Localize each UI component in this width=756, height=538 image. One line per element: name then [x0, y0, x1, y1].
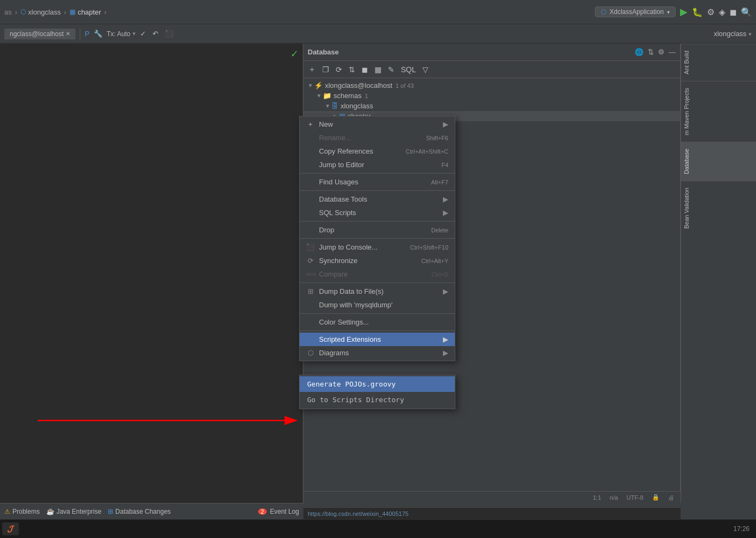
ctx-find-usages[interactable]: Find Usages Alt+F7 [300, 175, 455, 189]
expand-arrow: ▼ [316, 93, 322, 99]
filter-button[interactable]: ⇅ [346, 64, 358, 75]
ctx-dump-mysqldump[interactable]: Dump with 'mysqldump' [300, 298, 455, 312]
ctx-sep-5 [300, 282, 455, 283]
plus-icon: + [306, 120, 315, 128]
close-tab-icon[interactable]: ✕ [66, 31, 70, 37]
ctx-synchronize[interactable]: ⟳ Synchronize Ctrl+Alt+Y [300, 254, 455, 267]
url-bar: https://blog.csdn.net/weixin_44005175 [303, 507, 681, 519]
ctx-sep-2 [300, 190, 455, 191]
editor-area[interactable]: ✓ [0, 44, 303, 503]
db-panel-header: Database 🌐 ⇅ ⚙ — [303, 44, 680, 61]
table-breadcrumb-icon: ▦ [70, 8, 75, 16]
refresh-button[interactable]: ⟳ [333, 64, 345, 75]
bean-validation-tab[interactable]: Bean Validation [681, 181, 756, 235]
debug-button[interactable]: 🐛 [692, 7, 703, 17]
toolbar-separator [80, 29, 80, 39]
ctx-sql-scripts[interactable]: SQL Scripts ▶ [300, 206, 455, 219]
app-selector[interactable]: ⬡ XdclassApplication ▾ [595, 6, 676, 17]
ctx-new[interactable]: + New ▶ [300, 118, 455, 131]
print-icon: 🖨 [668, 494, 674, 501]
console-icon: ⬛ [306, 243, 315, 251]
taskbar: 𝓙 17:26 [0, 519, 756, 538]
copy-db-button[interactable]: ❐ [320, 64, 332, 75]
right-sidebar: Ant Build m Maven Projects Database Bean… [681, 44, 756, 503]
bottom-status-bar: ⚠ Problems ☕ Java Enterprise ⊞ Database … [0, 503, 303, 519]
ctx-diagrams[interactable]: ⬡ Diagrams ▶ [300, 346, 455, 360]
line-info-bar: 1:1 n/a UTF-8 🔒 🖨 [303, 491, 681, 503]
settings-icon[interactable]: ⚙ [658, 48, 664, 56]
class-icon: ⬡ [20, 8, 26, 16]
ctx-color-settings[interactable]: Color Settings... [300, 315, 455, 329]
editor-tab[interactable]: ngclass@localhost ✕ [4, 29, 75, 39]
connection-icon: ⚡ [314, 81, 323, 89]
submenu-arrow-icon: ▶ [443, 287, 448, 295]
stop-button[interactable]: ◼ [730, 7, 737, 17]
problems-item[interactable]: ⚠ Problems [4, 508, 40, 515]
submenu-arrow-icon: ▶ [443, 349, 448, 357]
chevron-down-icon: ▾ [667, 9, 670, 15]
diagram-icon: ⬡ [306, 349, 315, 357]
context-menu: + New ▶ Rename... Shift+F6 Copy Referenc… [299, 116, 455, 361]
db-toolbar: ＋ ❐ ⟳ ⇅ ◼ ▦ ✎ SQL ▽ [303, 61, 680, 78]
stop-db-button[interactable]: ◼ [359, 64, 371, 75]
build-button[interactable]: ⚙ [707, 7, 715, 17]
expand-arrow: ▼ [308, 82, 313, 88]
run-button[interactable]: ▶ [680, 6, 688, 18]
table-view-button[interactable]: ▦ [372, 64, 384, 75]
warning-icon: ⚠ [4, 508, 10, 515]
tree-schemas[interactable]: ▼ 📁 schemas 1 [303, 91, 680, 101]
stop-tx-button[interactable]: ⬛ [163, 29, 176, 39]
tx-label: Tx: Auto [107, 30, 130, 38]
funnel-button[interactable]: ▽ [420, 64, 431, 75]
taskbar-app-icon: 𝓙 [8, 524, 13, 534]
database-tab[interactable]: Database [681, 142, 756, 181]
ctx-database-tools[interactable]: Database Tools ▶ [300, 192, 455, 206]
submenu-arrow-icon: ▶ [443, 195, 448, 203]
tx-down-icon[interactable]: ▾ [133, 30, 136, 37]
taskbar-app[interactable]: 𝓙 [2, 522, 19, 535]
lock-icon: 🔒 [652, 494, 660, 501]
ctx-jump-editor[interactable]: Jump to Editor F4 [300, 158, 455, 171]
ctx-jump-console[interactable]: ⬛ Jump to Console... Ctrl+Shift+F10 [300, 240, 455, 254]
sql-button[interactable]: SQL [398, 64, 419, 75]
rollback-button[interactable]: ↶ [150, 29, 161, 39]
db-changes-icon: ⊞ [108, 508, 113, 515]
settings-button[interactable]: 🔧 [92, 29, 105, 39]
ctx-sep-7 [300, 330, 455, 331]
event-log-item[interactable]: 2 Event Log [258, 508, 299, 515]
java-enterprise-item[interactable]: ☕ Java Enterprise [46, 508, 101, 515]
ctx-dump-data[interactable]: ⊞ Dump Data to File(s) ▶ [300, 285, 455, 298]
search-button[interactable]: 🔍 [741, 7, 752, 17]
ctx-sep-6 [300, 313, 455, 314]
tree-connection[interactable]: ▼ ⚡ xlongclass@localhost 1 of 43 [303, 80, 680, 91]
sub-ctx-go-scripts[interactable]: Go to Scripts Directory [300, 392, 455, 408]
sub-ctx-generate-pojos[interactable]: Generate POJOs.groovy [300, 376, 455, 392]
commit-button[interactable]: ✓ [138, 29, 148, 39]
ctx-drop[interactable]: Drop Delete [300, 223, 455, 237]
sync-icon: ⟳ [306, 257, 315, 265]
minimize-icon[interactable]: ⇅ [648, 48, 654, 56]
ctx-scripted-extensions[interactable]: Scripted Extensions ▶ [300, 333, 455, 346]
schema-down-icon[interactable]: ▾ [748, 31, 752, 37]
taskbar-time: 17:26 [733, 525, 754, 533]
breadcrumb-chapter[interactable]: ▦ chapter [70, 8, 101, 16]
submenu-arrow-icon: ▶ [443, 209, 448, 217]
tree-schema-xlongclass[interactable]: ▼ 🗄 xlongclass [303, 101, 680, 111]
second-bar: ngclass@localhost ✕ P 🔧 Tx: Auto ▾ ✓ ↶ ⬛… [0, 24, 756, 44]
ctx-compare: ⟺ Compare Ctrl+D [300, 267, 455, 281]
ctx-copy-references[interactable]: Copy References Ctrl+Alt+Shift+C [300, 144, 455, 158]
edit-button[interactable]: ✎ [385, 64, 397, 75]
close-panel-icon[interactable]: — [669, 48, 676, 56]
breadcrumb-xlongclass[interactable]: ⬡ xlongclass [20, 8, 61, 16]
breadcrumb: as › ⬡ xlongclass › ▦ chapter › [4, 8, 108, 16]
profile-button[interactable]: ◈ [719, 7, 725, 17]
person-icon: P [85, 30, 89, 38]
globe-icon[interactable]: 🌐 [635, 48, 643, 56]
ctx-rename: Rename... Shift+F6 [300, 131, 455, 144]
top-right-controls: ⬡ XdclassApplication ▾ ▶ 🐛 ⚙ ◈ ◼ 🔍 [595, 6, 752, 18]
ant-build-tab[interactable]: Ant Build [681, 44, 756, 81]
app-icon: ⬡ [601, 8, 606, 16]
add-db-button[interactable]: ＋ [306, 64, 318, 75]
db-changes-item[interactable]: ⊞ Database Changes [108, 508, 171, 515]
maven-tab[interactable]: m Maven Projects [681, 81, 756, 142]
